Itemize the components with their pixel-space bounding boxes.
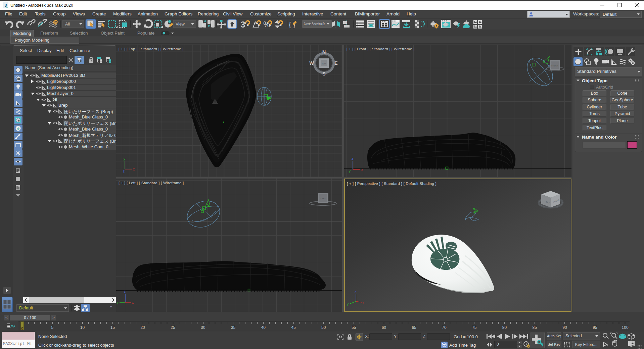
svg-text:y: y xyxy=(117,301,119,304)
svg-text:N: N xyxy=(322,49,326,55)
svg-text:W: W xyxy=(309,60,314,66)
svg-text:z: z xyxy=(124,290,126,293)
svg-text:x: x xyxy=(361,168,363,171)
svg-text:y: y xyxy=(124,157,125,161)
svg-text:z: z xyxy=(123,169,125,173)
svg-text:S: S xyxy=(322,71,325,77)
svg-text:x: x xyxy=(133,167,135,171)
svg-text:LEFT: LEFT xyxy=(321,197,326,200)
svg-text:E: E xyxy=(334,60,337,66)
svg-text:3: 3 xyxy=(240,19,245,30)
svg-text:TOP: TOP xyxy=(322,62,327,65)
svg-text:z: z xyxy=(352,157,353,160)
svg-text:All: All xyxy=(65,22,70,27)
svg-text:x: x xyxy=(132,301,134,304)
svg-text:View: View xyxy=(176,22,185,27)
svg-text:y: y xyxy=(349,169,351,173)
svg-text:Create Selection Se: Create Selection Se xyxy=(304,22,325,26)
svg-text:FRONT: FRONT xyxy=(551,65,558,67)
